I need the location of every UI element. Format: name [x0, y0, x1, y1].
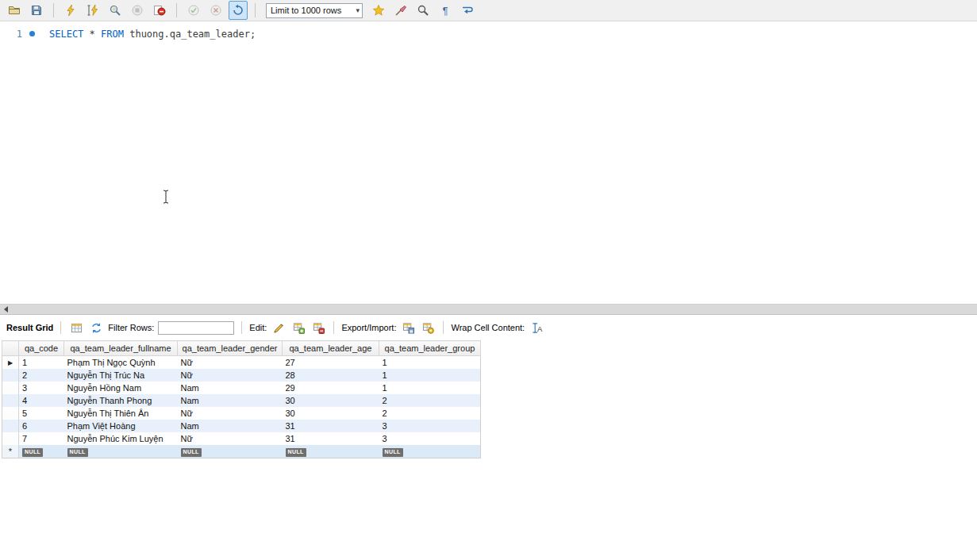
save-script-button[interactable] [27, 1, 46, 20]
column-header[interactable]: qa_team_leader_group [379, 341, 481, 356]
beautify-button[interactable] [391, 1, 410, 20]
grid-cell[interactable]: 5 [19, 407, 64, 420]
grid-cell[interactable]: 2 [379, 394, 481, 407]
table-row[interactable]: 6Phạm Việt HoàngNam313 [2, 420, 481, 432]
editor-hscrollbar[interactable] [0, 304, 977, 315]
result-grid-title: Result Grid [6, 323, 53, 332]
grid-cell[interactable]: 1 [379, 369, 481, 382]
grid-cell[interactable]: 2 [379, 407, 481, 420]
delete-row-button[interactable] [310, 320, 326, 336]
grid-cell[interactable]: NULL [379, 445, 481, 458]
autocommit-toggle[interactable] [229, 1, 248, 20]
grid-cell[interactable]: Phạm Thị Ngọc Quỳnh [64, 356, 178, 370]
import-recordset-button[interactable] [420, 320, 436, 336]
row-selector[interactable] [2, 420, 19, 432]
wrap-text-icon [461, 4, 474, 17]
grid-cell[interactable]: Nữ [178, 432, 283, 445]
grid-cell[interactable]: 30 [283, 407, 379, 420]
toolbar-separator [241, 321, 242, 334]
explain-magnifier-icon [109, 4, 121, 17]
row-selector[interactable] [2, 432, 19, 445]
grid-cell[interactable]: 29 [283, 382, 379, 394]
table-row[interactable]: 2Nguyễn Thị Trúc NaNữ281 [2, 369, 481, 382]
open-script-button[interactable] [5, 1, 24, 20]
grid-cell[interactable]: Nguyễn Hồng Nam [64, 382, 178, 394]
grid-cell[interactable]: 30 [283, 394, 379, 407]
stop-button[interactable] [128, 1, 147, 20]
grid-cell[interactable]: NULL [64, 445, 178, 458]
grid-cell[interactable]: Phạm Việt Hoàng [64, 420, 178, 432]
grid-cell[interactable]: Nữ [178, 356, 283, 370]
column-header[interactable]: qa_team_leader_fullname [64, 341, 178, 356]
stop-on-error-button[interactable] [150, 1, 169, 20]
grid-cell[interactable]: Nam [178, 394, 283, 407]
grid-cell[interactable]: 3 [379, 420, 481, 432]
stop-icon [131, 4, 144, 17]
row-selector[interactable] [2, 394, 19, 407]
ibeam-cursor-icon [162, 190, 170, 205]
row-selector[interactable] [2, 407, 19, 420]
grid-cell[interactable]: 1 [379, 382, 481, 394]
grid-cell[interactable]: 3 [379, 432, 481, 445]
wrap-text-toggle[interactable] [458, 1, 477, 20]
find-button[interactable] [413, 1, 433, 20]
grid-cell[interactable]: Nguyễn Thanh Phong [64, 394, 178, 407]
column-header[interactable]: qa_team_leader_age [283, 341, 379, 356]
grid-cell[interactable]: 2 [19, 369, 64, 382]
new-row-marker[interactable]: * [2, 445, 19, 458]
column-header[interactable]: qa_code [19, 341, 64, 356]
column-header[interactable]: qa_team_leader_gender [178, 341, 283, 356]
grid-icon [71, 322, 83, 334]
grid-cell[interactable]: 3 [19, 382, 64, 394]
scroll-left-button[interactable] [0, 305, 11, 314]
toolbar-separator [333, 321, 334, 334]
grid-cell[interactable]: NULL [19, 445, 64, 458]
grid-cell[interactable]: 1 [379, 356, 481, 370]
export-icon [402, 322, 414, 334]
execute-button[interactable] [61, 1, 80, 20]
save-snippet-button[interactable] [369, 1, 388, 20]
rollback-button[interactable] [206, 1, 225, 20]
grid-cell[interactable]: 6 [19, 420, 64, 432]
grid-cell[interactable]: Nam [178, 420, 283, 432]
null-badge: NULL [286, 448, 306, 456]
grid-cell[interactable]: NULL [178, 445, 283, 458]
row-selector[interactable]: ▶ [2, 356, 19, 370]
limit-rows-dropdown[interactable]: Limit to 1000 rows ▾ [266, 3, 363, 18]
table-row[interactable]: ▶1Phạm Thị Ngọc QuỳnhNữ271 [2, 356, 481, 370]
grid-corner-cell[interactable] [2, 341, 19, 356]
table-row[interactable]: 4Nguyễn Thanh PhongNam302 [2, 394, 481, 407]
grid-cell[interactable]: Nữ [178, 407, 283, 420]
commit-button[interactable] [184, 1, 203, 20]
grid-cell[interactable]: 4 [19, 394, 64, 407]
grid-view-button[interactable] [68, 320, 84, 336]
insert-row-button[interactable] [290, 320, 306, 336]
grid-cell[interactable]: 28 [283, 369, 379, 382]
grid-cell[interactable]: 31 [283, 420, 379, 432]
grid-cell[interactable]: Nguyễn Thị Thiên Ân [64, 407, 178, 420]
show-invisibles-toggle[interactable]: ¶ [436, 1, 455, 20]
edit-record-button[interactable] [271, 320, 287, 336]
wrap-cell-content-toggle[interactable]: A [529, 320, 544, 336]
grid-cell[interactable]: 31 [283, 432, 379, 445]
row-selector[interactable] [2, 369, 19, 382]
grid-cell[interactable]: 7 [19, 432, 64, 445]
new-row[interactable]: *NULLNULLNULLNULLNULL [2, 445, 481, 458]
grid-cell[interactable]: 1 [19, 356, 64, 370]
table-row[interactable]: 7Nguyễn Phúc Kim LuyệnNữ313 [2, 432, 481, 445]
grid-cell[interactable]: NULL [283, 445, 379, 458]
grid-cell[interactable]: Nguyễn Thị Trúc Na [64, 369, 178, 382]
sql-editor[interactable]: 1 SELECT * FROM thuong.qa_team_leader; [0, 22, 977, 304]
grid-cell[interactable]: Nguyễn Phúc Kim Luyện [64, 432, 178, 445]
table-row[interactable]: 5Nguyễn Thị Thiên ÂnNữ302 [2, 407, 481, 420]
row-selector[interactable] [2, 382, 19, 394]
filter-rows-input[interactable] [158, 321, 234, 335]
table-row[interactable]: 3Nguyễn Hồng NamNam291 [2, 382, 481, 394]
execute-current-button[interactable] [83, 1, 102, 20]
explain-button[interactable] [106, 1, 125, 20]
grid-cell[interactable]: Nữ [178, 369, 283, 382]
grid-cell[interactable]: Nam [178, 382, 283, 394]
refresh-button[interactable] [88, 320, 104, 336]
export-recordset-button[interactable] [400, 320, 416, 336]
grid-cell[interactable]: 27 [283, 356, 379, 370]
